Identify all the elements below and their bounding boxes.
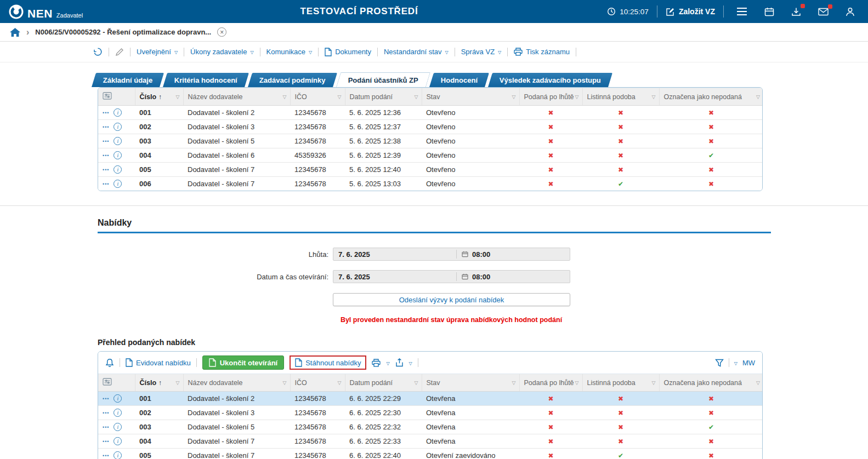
opening-date-value[interactable]: 7. 6. 2025 <box>333 273 456 281</box>
menu-komunikace[interactable]: Komunikace▽ <box>266 48 313 56</box>
column-filter-icon[interactable]: ▽ <box>652 94 656 100</box>
column-filter-icon[interactable]: ▽ <box>176 94 180 100</box>
row-info-icon[interactable]: i <box>114 437 122 445</box>
row-info-icon[interactable]: i <box>114 180 122 188</box>
deadline-time-value[interactable]: 08:00 <box>457 250 490 259</box>
calendar-button[interactable] <box>763 6 775 18</box>
table-row[interactable]: ••• i 001 Dodavatel - školení 2 12345678… <box>98 106 763 120</box>
column-header[interactable]: Stav ▽ <box>422 374 519 392</box>
column-header[interactable]: Číslo↑ ▽ <box>135 88 183 106</box>
table-row[interactable]: ••• i 002 Dodavatel - školení 3 12345678… <box>98 120 763 134</box>
row-menu-icon[interactable]: ••• <box>103 139 109 144</box>
row-info-icon[interactable]: i <box>114 108 122 117</box>
export-button[interactable] <box>395 358 404 367</box>
column-header[interactable]: IČO ▽ <box>290 88 345 106</box>
row-info-icon[interactable]: i <box>114 451 122 459</box>
column-filter-icon[interactable]: ▽ <box>512 94 516 100</box>
watch-bell-icon[interactable] <box>105 358 114 368</box>
row-menu-icon[interactable]: ••• <box>103 167 109 173</box>
chevron-down-icon[interactable]: ▽ <box>386 360 389 366</box>
row-info-icon[interactable]: i <box>114 165 122 174</box>
breadcrumb-item[interactable]: N006/25/V00005292 - Řešení optimalizace … <box>35 28 211 36</box>
row-info-icon[interactable]: i <box>114 137 122 145</box>
print-list-button[interactable] <box>372 359 381 367</box>
column-filter-icon[interactable]: ▽ <box>512 380 516 386</box>
mw-view-button[interactable]: MW <box>742 359 755 367</box>
home-icon[interactable] <box>10 28 20 37</box>
column-filter-icon[interactable]: ▽ <box>415 94 418 100</box>
table-row[interactable]: ••• i 005 Dodavatel - školení 7 12345678… <box>98 163 763 177</box>
column-filter-icon[interactable]: ▽ <box>575 94 579 100</box>
edit-record-icon[interactable] <box>115 48 124 56</box>
row-menu-icon[interactable]: ••• <box>103 110 109 116</box>
row-menu-icon[interactable]: ••• <box>103 424 109 430</box>
history-icon[interactable] <box>93 47 103 56</box>
column-filter-icon[interactable]: ▽ <box>756 94 760 100</box>
row-info-icon[interactable]: i <box>114 151 122 159</box>
column-filter-icon[interactable]: ▽ <box>283 94 287 100</box>
table-row[interactable]: ••• i 002 Dodavatel - školení 3 12345678… <box>98 406 763 420</box>
column-header[interactable]: Označena jako nepodaná ▽ <box>659 88 763 106</box>
row-info-icon[interactable]: i <box>114 394 122 403</box>
row-menu-icon[interactable]: ••• <box>103 396 109 401</box>
row-menu-icon[interactable]: ••• <box>103 453 109 458</box>
close-record-icon[interactable]: × <box>217 27 226 37</box>
column-chooser-icon[interactable] <box>103 378 112 386</box>
column-header[interactable]: Podaná po lhůtě ▽ <box>519 88 582 106</box>
row-menu-icon[interactable]: ••• <box>103 410 109 416</box>
record-tab[interactable]: Výsledek zadávacího postupu <box>488 73 612 87</box>
column-header[interactable]: Stav ▽ <box>422 88 519 106</box>
column-filter-icon[interactable]: ▽ <box>575 380 579 386</box>
row-info-icon[interactable]: i <box>114 123 122 131</box>
table-row[interactable]: ••• i 004 Dodavatel - školení 6 45359326… <box>98 148 763 163</box>
column-filter-icon[interactable]: ▽ <box>283 380 287 386</box>
column-filter-icon[interactable]: ▽ <box>652 380 656 386</box>
deadline-field[interactable]: 7. 6. 2025 08:00 <box>333 248 570 261</box>
column-header[interactable]: Označena jako nepodaná ▽ <box>659 374 763 392</box>
record-tab[interactable]: Základní údaje <box>92 73 164 87</box>
column-header[interactable]: Listinná podoba ▽ <box>582 374 659 392</box>
deadline-date-value[interactable]: 7. 6. 2025 <box>333 250 456 259</box>
column-filter-icon[interactable]: ▽ <box>338 380 342 386</box>
menu-ukony-zadavatele[interactable]: Úkony zadavatele▽ <box>190 48 254 56</box>
profile-button[interactable] <box>844 6 856 18</box>
main-menu-button[interactable] <box>735 6 748 17</box>
menu-dokumenty[interactable]: Dokumenty <box>325 48 371 56</box>
download-offers-button[interactable]: Stáhnout nabídky <box>290 355 366 370</box>
column-filter-icon[interactable]: ▽ <box>756 380 760 386</box>
record-tab[interactable]: Podání účastníků ZP <box>336 72 430 87</box>
column-header[interactable]: Datum podání ▽ <box>345 374 422 392</box>
record-tab[interactable]: Hodnocení <box>429 73 489 87</box>
print-record-button[interactable]: Tisk záznamu <box>514 48 570 56</box>
row-info-icon[interactable]: i <box>114 409 122 417</box>
send-invitation-button[interactable]: Odeslání výzvy k podání nabídek <box>333 293 570 306</box>
column-filter-icon[interactable]: ▽ <box>176 380 180 386</box>
column-header[interactable]: Název dodavatele ▽ <box>183 374 290 392</box>
menu-sprava-vz[interactable]: Správa VZ▽ <box>461 48 502 56</box>
table-row[interactable]: ••• i 004 Dodavatel - školení 7 12345678… <box>98 434 763 449</box>
column-header[interactable]: Datum podání ▽ <box>345 88 422 106</box>
column-filter-icon[interactable]: ▽ <box>338 94 342 100</box>
table-row[interactable]: ••• i 003 Dodavatel - školení 5 12345678… <box>98 134 763 148</box>
table-row[interactable]: ••• i 005 Dodavatel - školení 7 12345678… <box>98 449 763 459</box>
column-header[interactable]: Podaná po lhůtě ▽ <box>519 374 582 392</box>
finish-opening-button[interactable]: Ukončit otevírání <box>202 355 284 370</box>
filter-button[interactable] <box>715 359 724 367</box>
opening-field[interactable]: 7. 6. 2025 08:00 <box>333 270 570 283</box>
opening-time-value[interactable]: 08:00 <box>457 273 490 281</box>
chevron-down-icon[interactable]: ▽ <box>409 360 412 366</box>
menu-uverejneni[interactable]: Uveřejnění▽ <box>137 48 178 56</box>
register-offer-button[interactable]: Evidovat nabídku <box>126 358 191 367</box>
record-tab[interactable]: Zadávací podmínky <box>248 73 337 87</box>
record-tab[interactable]: Kritéria hodnocení <box>163 73 249 87</box>
row-menu-icon[interactable]: ••• <box>103 153 109 158</box>
column-header[interactable]: Název dodavatele ▽ <box>183 88 290 106</box>
create-vz-button[interactable]: Založit VZ <box>666 7 715 16</box>
row-info-icon[interactable]: i <box>114 423 122 431</box>
row-menu-icon[interactable]: ••• <box>103 124 109 130</box>
column-header[interactable]: Listinná podoba ▽ <box>582 88 659 106</box>
table-row[interactable]: ••• i 001 Dodavatel - školení 2 12345678… <box>98 392 763 406</box>
row-menu-icon[interactable]: ••• <box>103 181 109 187</box>
column-chooser-icon[interactable] <box>103 92 112 100</box>
downloads-button[interactable] <box>790 6 802 18</box>
